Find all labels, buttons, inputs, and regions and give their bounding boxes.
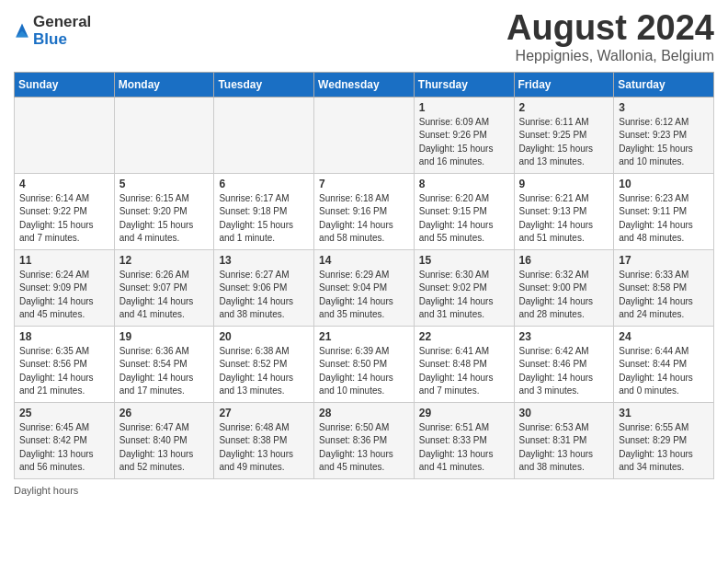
day-cell: 27Sunrise: 6:48 AM Sunset: 8:38 PM Dayli… [214,402,314,478]
day-info: Sunrise: 6:41 AM Sunset: 8:48 PM Dayligh… [419,345,509,398]
week-row-5: 25Sunrise: 6:45 AM Sunset: 8:42 PM Dayli… [15,402,714,478]
day-cell: 22Sunrise: 6:41 AM Sunset: 8:48 PM Dayli… [414,326,514,402]
location-title: Heppignies, Wallonia, Belgium [506,48,714,64]
day-info: Sunrise: 6:38 AM Sunset: 8:52 PM Dayligh… [219,345,309,398]
day-cell: 9Sunrise: 6:21 AM Sunset: 9:13 PM Daylig… [514,173,614,249]
header-row: SundayMondayTuesdayWednesdayThursdayFrid… [15,72,714,97]
day-number: 30 [519,407,609,419]
day-cell: 26Sunrise: 6:47 AM Sunset: 8:40 PM Dayli… [114,402,214,478]
day-info: Sunrise: 6:15 AM Sunset: 9:20 PM Dayligh… [119,192,210,246]
day-cell: 24Sunrise: 6:44 AM Sunset: 8:44 PM Dayli… [614,326,714,402]
day-cell: 10Sunrise: 6:23 AM Sunset: 9:11 PM Dayli… [614,173,714,249]
day-info: Sunrise: 6:29 AM Sunset: 9:04 PM Dayligh… [319,269,409,322]
day-number: 14 [319,254,409,267]
logo-blue-text: Blue [33,31,91,49]
day-cell [114,97,214,173]
day-cell [15,97,115,173]
day-info: Sunrise: 6:35 AM Sunset: 8:56 PM Dayligh… [19,345,109,398]
day-info: Sunrise: 6:26 AM Sunset: 9:07 PM Dayligh… [119,269,210,322]
day-info: Sunrise: 6:44 AM Sunset: 8:44 PM Dayligh… [619,345,709,398]
day-info: Sunrise: 6:12 AM Sunset: 9:23 PM Dayligh… [619,116,709,169]
logo-general-text: General [33,14,91,31]
day-info: Sunrise: 6:32 AM Sunset: 9:00 PM Dayligh… [519,269,609,322]
daylight-label: Daylight hours [14,485,78,496]
day-info: Sunrise: 6:24 AM Sunset: 9:09 PM Dayligh… [19,269,109,322]
day-cell: 5Sunrise: 6:15 AM Sunset: 9:20 PM Daylig… [114,173,214,249]
day-info: Sunrise: 6:48 AM Sunset: 8:38 PM Dayligh… [219,421,309,475]
week-row-3: 11Sunrise: 6:24 AM Sunset: 9:09 PM Dayli… [15,249,714,326]
day-cell: 2Sunrise: 6:11 AM Sunset: 9:25 PM Daylig… [514,97,614,173]
day-number: 4 [19,178,109,190]
day-info: Sunrise: 6:23 AM Sunset: 9:11 PM Dayligh… [619,192,709,246]
day-number: 1 [419,101,509,114]
day-number: 21 [319,330,409,343]
day-cell: 15Sunrise: 6:30 AM Sunset: 9:02 PM Dayli… [414,249,514,326]
day-info: Sunrise: 6:50 AM Sunset: 8:36 PM Dayligh… [319,421,409,475]
logo-text: General Blue [33,14,91,48]
day-number: 25 [19,407,109,419]
calendar-table: SundayMondayTuesdayWednesdayThursdayFrid… [14,72,714,479]
footer-note: Daylight hours [14,485,714,496]
day-info: Sunrise: 6:09 AM Sunset: 9:26 PM Dayligh… [419,116,509,169]
day-info: Sunrise: 6:45 AM Sunset: 8:42 PM Dayligh… [19,421,109,475]
day-info: Sunrise: 6:47 AM Sunset: 8:40 PM Dayligh… [119,421,210,475]
calendar-header: SundayMondayTuesdayWednesdayThursdayFrid… [15,72,714,97]
day-number: 12 [119,254,210,267]
day-cell: 16Sunrise: 6:32 AM Sunset: 9:00 PM Dayli… [514,249,614,326]
header-day-wednesday: Wednesday [314,72,415,97]
day-info: Sunrise: 6:53 AM Sunset: 8:31 PM Dayligh… [519,421,609,475]
day-info: Sunrise: 6:27 AM Sunset: 9:06 PM Dayligh… [219,269,309,322]
day-cell: 28Sunrise: 6:50 AM Sunset: 8:36 PM Dayli… [314,402,415,478]
day-info: Sunrise: 6:39 AM Sunset: 8:50 PM Dayligh… [319,345,409,398]
day-info: Sunrise: 6:42 AM Sunset: 8:46 PM Dayligh… [519,345,609,398]
day-info: Sunrise: 6:36 AM Sunset: 8:54 PM Dayligh… [119,345,210,398]
day-cell: 19Sunrise: 6:36 AM Sunset: 8:54 PM Dayli… [114,326,214,402]
day-cell: 23Sunrise: 6:42 AM Sunset: 8:46 PM Dayli… [514,326,614,402]
day-number: 31 [619,407,709,419]
day-info: Sunrise: 6:51 AM Sunset: 8:33 PM Dayligh… [419,421,509,475]
month-title: August 2024 [506,9,714,48]
day-number: 13 [219,254,309,267]
week-row-2: 4Sunrise: 6:14 AM Sunset: 9:22 PM Daylig… [15,173,714,249]
day-cell: 11Sunrise: 6:24 AM Sunset: 9:09 PM Dayli… [15,249,115,326]
day-info: Sunrise: 6:18 AM Sunset: 9:16 PM Dayligh… [319,192,409,246]
day-number: 7 [319,178,409,190]
day-number: 24 [619,330,709,343]
day-number: 28 [319,407,409,419]
day-number: 2 [519,101,609,114]
week-row-1: 1Sunrise: 6:09 AM Sunset: 9:26 PM Daylig… [15,97,714,173]
day-cell: 30Sunrise: 6:53 AM Sunset: 8:31 PM Dayli… [514,402,614,478]
week-row-4: 18Sunrise: 6:35 AM Sunset: 8:56 PM Dayli… [15,326,714,402]
day-cell: 17Sunrise: 6:33 AM Sunset: 8:58 PM Dayli… [614,249,714,326]
day-info: Sunrise: 6:17 AM Sunset: 9:18 PM Dayligh… [219,192,309,246]
day-number: 22 [419,330,509,343]
day-number: 16 [519,254,609,267]
title-area: August 2024 Heppignies, Wallonia, Belgiu… [506,9,714,64]
day-cell: 21Sunrise: 6:39 AM Sunset: 8:50 PM Dayli… [314,326,415,402]
day-cell: 31Sunrise: 6:55 AM Sunset: 8:29 PM Dayli… [614,402,714,478]
day-number: 26 [119,407,210,419]
day-number: 18 [19,330,109,343]
day-info: Sunrise: 6:11 AM Sunset: 9:25 PM Dayligh… [519,116,609,169]
header-day-monday: Monday [114,72,214,97]
day-cell: 7Sunrise: 6:18 AM Sunset: 9:16 PM Daylig… [314,173,415,249]
header-day-thursday: Thursday [414,72,514,97]
day-cell: 12Sunrise: 6:26 AM Sunset: 9:07 PM Dayli… [114,249,214,326]
day-cell [314,97,415,173]
day-cell: 14Sunrise: 6:29 AM Sunset: 9:04 PM Dayli… [314,249,415,326]
day-number: 27 [219,407,309,419]
calendar-body: 1Sunrise: 6:09 AM Sunset: 9:26 PM Daylig… [15,97,714,478]
day-cell: 3Sunrise: 6:12 AM Sunset: 9:23 PM Daylig… [614,97,714,173]
day-cell: 20Sunrise: 6:38 AM Sunset: 8:52 PM Dayli… [214,326,314,402]
page-header: General Blue August 2024 Heppignies, Wal… [14,9,714,64]
day-cell: 13Sunrise: 6:27 AM Sunset: 9:06 PM Dayli… [214,249,314,326]
day-info: Sunrise: 6:55 AM Sunset: 8:29 PM Dayligh… [619,421,709,475]
day-info: Sunrise: 6:20 AM Sunset: 9:15 PM Dayligh… [419,192,509,246]
day-number: 8 [419,178,509,190]
day-cell: 29Sunrise: 6:51 AM Sunset: 8:33 PM Dayli… [414,402,514,478]
day-number: 11 [19,254,109,267]
day-number: 17 [619,254,709,267]
day-number: 20 [219,330,309,343]
day-cell [214,97,314,173]
header-day-friday: Friday [514,72,614,97]
